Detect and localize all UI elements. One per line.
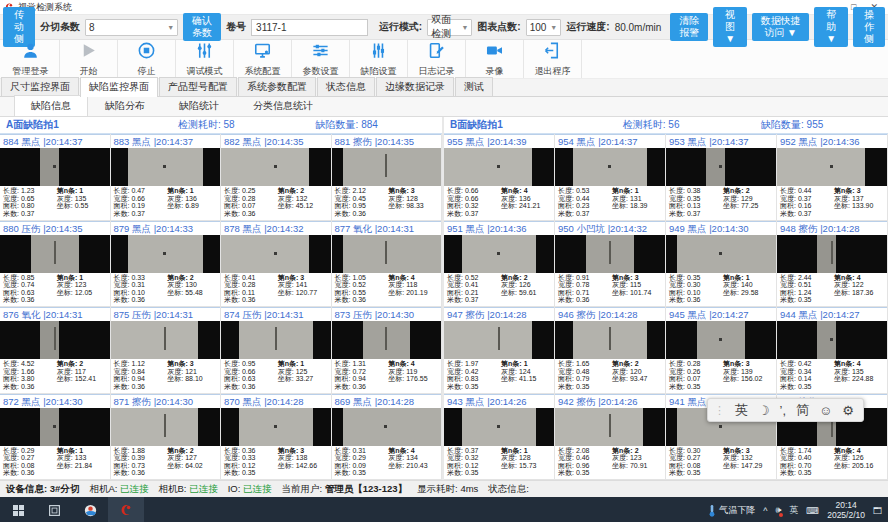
tool-camera-button[interactable]: 录像 [466,40,524,78]
defect-cell[interactable]: 880 压伤 |20:14:35长度: 0.85宽度: 0.74面积: 0.63… [0,221,111,308]
defect-cell[interactable]: 952 黑点 |20:14:36长度: 0.44宽度: 0.37面积: 0.16… [777,134,888,221]
confirm-count-button[interactable]: 确认条数 [183,13,221,41]
roll-number-input[interactable]: 3117-1 [251,19,368,36]
defect-mark [608,165,611,168]
tool-log-button[interactable]: 日志记录 [408,40,466,78]
ime-grip[interactable]: ⋮ [714,404,725,417]
monitor-icon [253,41,272,64]
defect-cell[interactable]: 949 黑点 |20:14:30长度: 0.35宽度: 0.30面积: 0.10… [666,221,777,308]
sub-tab-缺陷分布[interactable]: 缺陷分布 [88,95,162,116]
defect-cell[interactable]: 881 擦伤 |20:14:35长度: 2.12宽度: 0.45面积: 0.95… [332,134,443,221]
defect-cell[interactable]: 878 黑点 |20:14:32长度: 0.41宽度: 0.28面积: 0.11… [221,221,332,308]
view-menu-button[interactable]: 视图 ▼ [713,7,747,47]
defect-cell[interactable]: 873 压伤 |20:14:30长度: 1.31宽度: 0.72面积: 0.94… [332,307,443,394]
clear-alarm-button[interactable]: 清除报警 [670,13,708,41]
main-tab-测试[interactable]: 测试 [455,77,493,96]
meta-gray: 灰度: 120 [612,368,662,376]
tool-play-button[interactable]: 开始 [60,40,118,78]
defect-cell[interactable]: 882 黑点 |20:14:35长度: 0.25宽度: 0.28面积: 0.07… [221,134,332,221]
main-tab-缺陷监控界面[interactable]: 缺陷监控界面 [80,77,158,97]
defect-cell[interactable]: 945 黑点 |20:14:27长度: 0.28宽度: 0.26面积: 0.07… [666,307,777,394]
task-view-button[interactable] [36,497,72,522]
window-title: 视觉检测系统 [18,1,828,14]
defect-cell-label: 954 黑点 |20:14:37 [555,134,665,148]
meta-width: 宽度: 0.65 [3,195,57,203]
meta-left-column: 长度: 0.25宽度: 0.28面积: 0.07米数: 0.36 [224,187,278,217]
operator-side-button[interactable]: 操作侧 [853,7,885,47]
defect-cell[interactable]: 879 黑点 |20:14:33长度: 0.33宽度: 0.31面积: 0.10… [111,221,222,308]
meta-gray: 灰度: 126 [501,281,551,289]
defect-cell[interactable]: 876 氧化 |20:14:31长度: 4.52宽度: 1.66面积: 3.80… [0,307,111,394]
main-tab-产品型号配置[interactable]: 产品型号配置 [159,77,237,96]
defect-cell[interactable]: 955 黑点 |20:14:39长度: 0.66宽度: 0.66面积: 0.32… [444,134,555,221]
start-button[interactable] [0,497,36,522]
defect-cell[interactable]: 877 氧化 |20:14:31长度: 1.05宽度: 0.52面积: 0.55… [332,221,443,308]
defect-cell[interactable]: 951 黑点 |20:14:36长度: 0.52宽度: 0.41面积: 0.21… [444,221,555,308]
tool-monitor-button[interactable]: 系统配置 [234,40,292,78]
defect-cell[interactable]: 884 黑点 |20:14:37长度: 1.23宽度: 0.65面积: 0.80… [0,134,111,221]
tool-exit-button[interactable]: 退出程序 [524,40,582,78]
chart-points-select[interactable]: 100▼ [526,19,562,36]
sub-tab-缺陷统计[interactable]: 缺陷统计 [162,95,236,116]
taskbar-app-browser[interactable] [72,497,108,522]
defect-cell[interactable]: 944 黑点 |20:14:27长度: 0.42宽度: 0.34面积: 0.14… [777,307,888,394]
weather-tray-item[interactable]: 气温下降 [708,504,755,517]
defect-cell[interactable]: 869 黑点 |20:14:28长度: 0.31宽度: 0.29面积: 0.09… [332,394,443,481]
keyboard-tray-icon[interactable]: ⌨ [806,506,819,516]
defect-cell[interactable]: 875 压伤 |20:14:31长度: 1.12宽度: 0.84面积: 0.94… [111,307,222,394]
meta-meters: 米数: 0.36 [224,210,278,218]
tool-debug-button[interactable]: 调试模式 [176,40,234,78]
data-quick-access-menu-button[interactable]: 数据快捷访问 ▼ [752,13,810,41]
sub-tab-分类信息统计[interactable]: 分类信息统计 [236,95,330,116]
defect-cell[interactable]: 871 擦伤 |20:14:30长度: 1.88宽度: 0.39面积: 0.73… [111,394,222,481]
run-mode-select[interactable]: 双面检测▼ [427,19,472,36]
ime-emoji-button[interactable]: ☺ [819,403,832,418]
taskbar-clock[interactable]: 20:14 2025/2/10 [827,501,865,520]
sub-tab-缺陷信息[interactable]: 缺陷信息 [14,95,88,116]
main-tab-系统参数配置[interactable]: 系统参数配置 [238,77,316,96]
meta-width: 宽度: 0.33 [224,454,278,462]
meta-gray: 灰度: 141 [278,281,328,289]
meta-right-column: 第n条: 4灰度: 135坐标: 224.88 [834,360,884,390]
defect-cell[interactable]: 946 擦伤 |20:14:28长度: 1.65宽度: 0.48面积: 0.79… [555,307,666,394]
defect-meta: 长度: 4.52宽度: 1.66面积: 3.80米数: 0.36第n条: 2灰度… [0,359,110,391]
defect-cell[interactable]: 942 擦伤 |20:14:26长度: 2.08宽度: 0.46面积: 0.96… [555,394,666,481]
tool-params-button[interactable]: 参数设置 [292,40,350,78]
ime-settings-gear-icon[interactable]: ⚙ [842,403,854,418]
meta-area: 面积: 0.13 [669,202,723,210]
action-center-icon[interactable]: 🗔 [873,506,882,516]
ime-english-toggle[interactable]: 英 [735,401,748,419]
input-language-indicator[interactable]: 英 [789,504,798,517]
main-tab-状态信息[interactable]: 状态信息 [317,77,375,96]
defect-cell[interactable]: 883 黑点 |20:14:37长度: 0.47宽度: 0.66面积: 0.19… [111,134,222,221]
tool-stop-button[interactable]: 停止 [118,40,176,78]
defect-cell[interactable]: 954 黑点 |20:14:37长度: 0.53宽度: 0.44面积: 0.23… [555,134,666,221]
defect-cell[interactable]: 950 小凹坑 |20:14:32长度: 0.91宽度: 0.78面积: 0.7… [555,221,666,308]
slit-count-select[interactable]: 8▼ [85,19,178,36]
defect-cell[interactable]: 872 黑点 |20:14:30长度: 0.29宽度: 0.27面积: 0.08… [0,394,111,481]
defect-cell[interactable]: 870 黑点 |20:14:28长度: 0.36宽度: 0.33面积: 0.12… [221,394,332,481]
ime-punctuation-toggle[interactable]: ’, [780,403,787,418]
tray-expand-caret[interactable]: ^ [763,506,767,516]
help-menu-button[interactable]: 帮助 ▼ [814,7,848,47]
ime-simplified-toggle[interactable]: 简 [796,401,809,419]
defect-cell[interactable]: 874 压伤 |20:14:31长度: 0.95宽度: 0.66面积: 0.63… [221,307,332,394]
meta-strip: 第n条: 3 [167,360,217,368]
defect-icon [369,41,388,64]
meta-meters: 米数: 0.37 [558,210,612,218]
defect-cell[interactable]: 948 擦伤 |20:14:28长度: 2.44宽度: 0.51面积: 1.24… [777,221,888,308]
tool-user-button[interactable]: 管理登录 [2,40,60,78]
defect-cell[interactable]: 953 黑点 |20:14:37长度: 0.38宽度: 0.35面积: 0.13… [666,134,777,221]
ime-halfmoon-toggle[interactable]: ☽ [758,403,770,418]
taskbar-app-inspection-system[interactable] [108,497,144,522]
meta-right-column: 第n条: 4灰度: 134坐标: 210.43 [388,447,438,477]
defect-meta: 长度: 0.38宽度: 0.35面积: 0.13米数: 0.37第n条: 2灰度… [666,186,776,218]
defect-cell[interactable]: 947 擦伤 |20:14:28长度: 1.97宽度: 0.42面积: 0.83… [444,307,555,394]
main-tab-尺寸监控界面[interactable]: 尺寸监控界面 [1,77,79,96]
meta-length: 长度: 1.88 [114,447,168,455]
defect-panel-a: A面缺陷拍1检测耗时: 58缺陷数量: 884884 黑点 |20:14:37长… [0,117,444,480]
defect-cell[interactable]: 943 黑点 |20:14:26长度: 0.37宽度: 0.32面积: 0.12… [444,394,555,481]
main-tab-边缘数据记录[interactable]: 边缘数据记录 [376,77,454,96]
sound-tray-icon[interactable]: 🕪 [776,505,782,516]
tool-defect-button[interactable]: 缺陷设置 [350,40,408,78]
